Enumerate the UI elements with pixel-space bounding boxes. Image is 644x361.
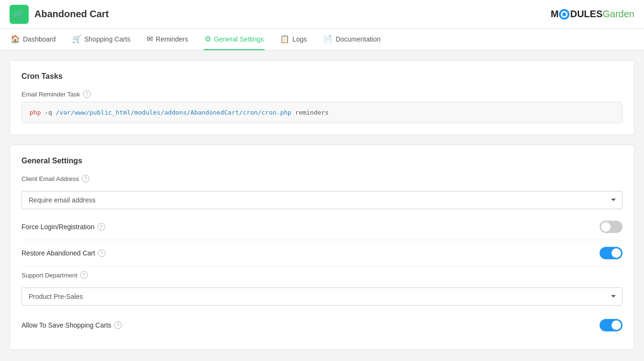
- nav-item-dashboard[interactable]: 🏠 Dashboard: [10, 29, 57, 50]
- general-settings-card: General Settings Client Email Address ? …: [10, 145, 634, 350]
- client-email-select-wrapper: Require email address Optional None: [21, 186, 623, 214]
- gear-icon: ⚙: [204, 34, 211, 43]
- nav-label-reminders: Reminders: [156, 35, 188, 43]
- support-dept-select-wrapper: Product Pre-Sales General Support Billin…: [21, 283, 623, 310]
- cron-tasks-title: Cron Tasks: [21, 72, 623, 81]
- force-login-row: Force Login/Registration ?: [21, 214, 623, 240]
- nav-label-general-settings: General Settings: [214, 35, 264, 43]
- restore-cart-slider: [600, 247, 623, 259]
- allow-save-carts-row: Allow To Save Shopping Carts ?: [21, 312, 623, 338]
- force-login-label-wrap: Force Login/Registration ?: [21, 223, 105, 231]
- allow-save-carts-slider: [600, 319, 623, 331]
- cron-tasks-card: Cron Tasks Email Reminder Task ? php -q …: [10, 60, 634, 135]
- email-reminder-label: Email Reminder Task ?: [21, 90, 623, 98]
- nav-label-documentation: Documentation: [335, 35, 380, 43]
- client-email-help-icon[interactable]: ?: [82, 175, 89, 182]
- code-q: -q: [44, 109, 55, 116]
- code-arg: reminders: [295, 109, 329, 116]
- email-reminder-help-icon[interactable]: ?: [83, 90, 91, 98]
- force-login-label: Force Login/Registration: [21, 223, 95, 231]
- support-dept-help-icon[interactable]: ?: [80, 271, 88, 279]
- restore-cart-label-wrap: Restore Abandoned Cart ?: [21, 249, 106, 257]
- header-left: 🛒 Abandoned Cart: [10, 5, 109, 24]
- support-dept-label: Support Department ?: [21, 271, 623, 279]
- nav-label-dashboard: Dashboard: [23, 35, 56, 43]
- main-content: Cron Tasks Email Reminder Task ? php -q …: [0, 51, 644, 361]
- restore-cart-row: Restore Abandoned Cart ?: [21, 240, 623, 266]
- nav-item-logs[interactable]: 📋 Logs: [279, 29, 308, 50]
- restore-cart-help-icon[interactable]: ?: [98, 249, 106, 257]
- allow-save-carts-toggle[interactable]: [600, 319, 623, 331]
- logo-circle: [559, 9, 569, 20]
- logo-garden: Garden: [602, 9, 634, 20]
- nav-item-reminders[interactable]: ✉ Reminders: [146, 29, 189, 50]
- app-icon: 🛒: [10, 5, 29, 24]
- header: 🛒 Abandoned Cart M DULES Garden: [0, 0, 644, 29]
- doc-icon: 📄: [323, 34, 333, 43]
- nav-label-shopping-carts: Shopping Carts: [85, 35, 131, 43]
- logo-m: M: [551, 9, 559, 20]
- logs-icon: 📋: [280, 34, 290, 43]
- page-title: Abandoned Cart: [34, 9, 109, 20]
- allow-save-carts-label-wrap: Allow To Save Shopping Carts ?: [21, 321, 122, 329]
- logo: M DULES Garden: [551, 9, 634, 20]
- logo-dules: DULES: [570, 9, 602, 20]
- cart-icon: 🛒: [72, 34, 82, 43]
- nav-item-shopping-carts[interactable]: 🛒 Shopping Carts: [71, 29, 132, 50]
- mail-icon: ✉: [147, 34, 153, 43]
- force-login-help-icon[interactable]: ?: [97, 223, 105, 231]
- general-settings-title: General Settings: [21, 157, 623, 165]
- support-dept-select[interactable]: Product Pre-Sales General Support Billin…: [21, 287, 623, 306]
- logo-circle-inner: [561, 11, 568, 18]
- main-nav: 🏠 Dashboard 🛒 Shopping Carts ✉ Reminders…: [0, 29, 644, 51]
- nav-item-documentation[interactable]: 📄 Documentation: [322, 29, 381, 50]
- restore-cart-label: Restore Abandoned Cart: [21, 249, 95, 257]
- allow-save-carts-label: Allow To Save Shopping Carts: [21, 321, 111, 329]
- nav-label-logs: Logs: [292, 35, 307, 43]
- code-path: /var/www/public_html/modules/addons/Aban…: [56, 109, 291, 116]
- client-email-field: Client Email Address ? Require email add…: [21, 175, 623, 214]
- nav-item-general-settings[interactable]: ⚙ General Settings: [204, 29, 265, 50]
- code-php: php: [30, 109, 41, 116]
- allow-save-carts-help-icon[interactable]: ?: [114, 321, 122, 329]
- client-email-select[interactable]: Require email address Optional None: [21, 191, 623, 209]
- force-login-toggle[interactable]: [600, 221, 623, 233]
- force-login-slider: [600, 221, 623, 233]
- support-dept-field: Support Department ? Product Pre-Sales G…: [21, 271, 623, 310]
- cron-code-block: php -q /var/www/public_html/modules/addo…: [21, 102, 623, 123]
- restore-cart-toggle[interactable]: [600, 247, 623, 259]
- client-email-label: Client Email Address ?: [21, 175, 623, 182]
- home-icon: 🏠: [11, 34, 20, 43]
